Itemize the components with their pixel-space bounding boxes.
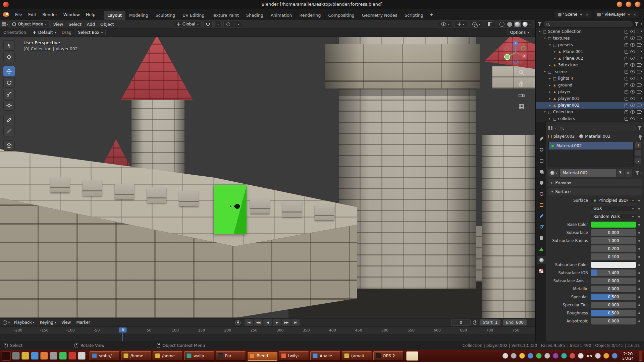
tab-texture[interactable] [537,267,546,275]
animate-decorator-icon[interactable] [636,256,642,258]
pan-hand-icon[interactable] [518,80,525,88]
disable-render-camera-icon[interactable] [637,57,641,60]
transport-button[interactable]: ▶ [273,319,281,326]
metallic-field[interactable]: 0.000 [591,286,636,292]
viewport-menu-item[interactable]: Select [66,21,84,27]
window-maximize-button[interactable] [626,1,632,7]
tray-icon[interactable] [553,353,558,359]
drag-dropdown[interactable]: Select Box▾ [75,29,106,36]
disclosure-icon[interactable]: ▸ [553,57,557,60]
disable-render-camera-icon[interactable] [637,97,641,100]
view-layer-selector[interactable]: ViewLayer + ✕ [595,11,639,18]
outliner-row[interactable]: ▸ player [536,88,644,95]
animate-decorator-icon[interactable] [636,280,642,282]
launcher-icon[interactable] [31,352,39,360]
workspace-tab[interactable]: Sculpting [152,11,179,20]
base-color-swatch[interactable] [591,221,636,228]
outliner-row[interactable]: ▸ player.002 [536,102,644,109]
disable-render-camera-icon[interactable] [637,30,641,33]
launcher-icon[interactable] [50,352,57,360]
tab-constraints[interactable] [537,234,546,242]
transport-button[interactable]: ◀ [263,319,272,326]
checkbox-icon[interactable] [625,83,628,87]
outliner-filter-button[interactable] [635,22,639,26]
animate-decorator-icon[interactable] [636,264,642,266]
editor-type-icon[interactable] [2,22,6,26]
timeline-track-area[interactable] [0,334,535,341]
checkbox-icon[interactable] [625,90,628,94]
hide-eye-icon[interactable] [630,110,635,114]
new-view-layer-button[interactable]: + [627,13,631,16]
disable-render-camera-icon[interactable] [637,110,641,114]
outliner-row[interactable]: ▸ colliders [536,115,644,122]
material-slot-row[interactable]: Material.002 [549,142,633,149]
shading-material-preview-button[interactable] [514,21,521,27]
material-name-field[interactable]: Material.002 [560,169,616,177]
animate-decorator-icon[interactable] [636,288,642,290]
window-minimize-button[interactable] [616,1,623,7]
add-slot-button[interactable]: + [635,142,642,148]
viewport-menu-item[interactable]: View [51,21,66,27]
snapping-toggle[interactable] [203,20,213,28]
clock[interactable]: 2:20 5/3/24 [619,351,637,361]
launcher-icon[interactable] [40,352,48,360]
pin-icon[interactable] [639,135,642,138]
checkbox-icon[interactable] [625,37,628,40]
surface-shader-dropdown[interactable]: Principled BSDF▾ [591,197,636,204]
tower-right[interactable] [482,135,535,318]
tray-icon[interactable] [570,353,575,359]
hide-eye-icon[interactable] [630,70,635,73]
launcher-icon[interactable] [59,352,67,360]
timeline-menu-item[interactable]: Playback▾ [11,319,37,325]
checkbox-icon[interactable] [625,30,628,34]
hide-eye-icon[interactable] [630,37,635,40]
tab-object-data[interactable] [537,245,546,253]
tab-world[interactable] [537,190,546,198]
launcher-icon[interactable] [21,352,29,360]
disclosure-icon[interactable]: ▸ [548,90,552,94]
tray-icon[interactable] [502,353,508,359]
workspace-tab[interactable]: Modeling [125,11,152,20]
tray-icon[interactable] [603,353,609,359]
subsurface-field[interactable]: 0.000 [591,229,636,236]
outliner-row[interactable]: ▸ ground [536,82,644,88]
disclosure-icon[interactable]: ▾ [548,43,552,47]
checkbox-icon[interactable] [625,110,628,114]
disable-render-camera-icon[interactable] [637,70,641,73]
tab-output[interactable] [537,157,546,165]
viewport-menu-item[interactable]: Object [98,21,117,27]
animate-decorator-icon[interactable] [636,304,642,306]
animate-decorator-icon[interactable] [636,224,642,226]
unlink-scene-button[interactable]: ✕ [585,13,589,16]
workspace-tab[interactable]: Geometry Nodes [358,11,401,20]
subsurface-radius-z[interactable]: 0.100 [591,253,636,260]
animate-decorator-icon[interactable] [636,248,642,250]
hide-eye-icon[interactable] [630,43,635,47]
menu-item[interactable]: Edit [25,11,39,18]
remove-view-layer-button[interactable]: ✕ [633,13,637,16]
player-cube[interactable] [214,185,247,234]
animate-decorator-icon[interactable] [636,208,642,209]
tower-left-roof[interactable] [121,37,193,100]
hide-eye-icon[interactable] [630,30,635,33]
animate-decorator-icon[interactable] [636,296,642,298]
tray-icon[interactable] [612,353,618,359]
checkbox-icon[interactable] [625,104,628,107]
tab-material[interactable] [537,256,546,264]
scale-tool[interactable] [3,89,15,99]
checkbox-icon[interactable] [625,77,628,80]
tab-physics[interactable] [537,223,546,231]
workspace-tab[interactable]: Scripting [401,11,427,20]
animate-decorator-icon[interactable] [636,272,642,274]
disclosure-icon[interactable]: ▸ [548,83,552,87]
datablock-filter-icon[interactable] [635,171,639,175]
specular-field[interactable]: 0.500 [591,294,636,300]
outliner-row[interactable]: ▾ textures [536,35,644,42]
blender-logo-icon[interactable] [3,12,9,17]
outliner-row[interactable]: ▸ 3dtexture [536,62,644,68]
tray-icon[interactable] [595,353,601,359]
transport-button[interactable]: ▶▶ [282,319,290,326]
disclosure-icon[interactable]: ▾ [538,30,542,33]
outliner-row[interactable]: ▾ presets [536,42,644,48]
preview-panel-header[interactable]: ▸Preview [548,179,642,186]
